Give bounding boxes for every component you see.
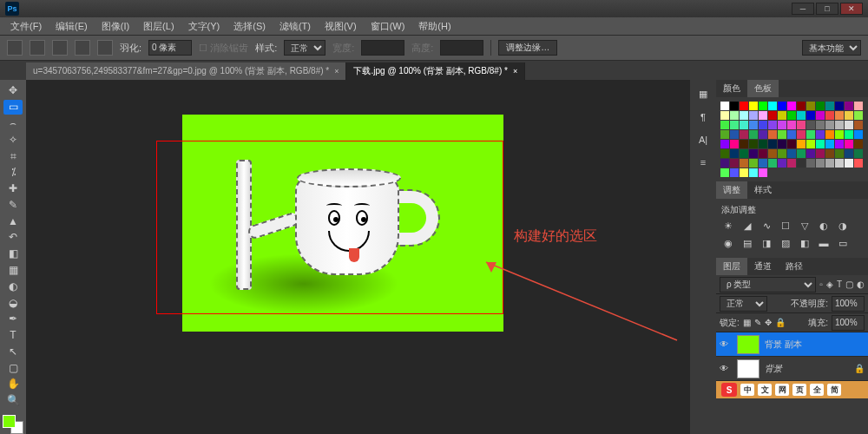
swatch[interactable] xyxy=(845,149,853,158)
swatch[interactable] xyxy=(740,159,748,168)
swatch[interactable] xyxy=(759,121,767,129)
swatch[interactable] xyxy=(854,121,863,129)
blend-mode-select[interactable]: 正常 xyxy=(720,296,767,312)
banner-item[interactable]: 中 xyxy=(740,384,754,396)
path-tool[interactable]: ↖ xyxy=(3,345,23,359)
swatch[interactable] xyxy=(768,102,777,110)
close-button[interactable]: ✕ xyxy=(840,3,863,15)
hue-icon[interactable]: ◐ xyxy=(817,220,831,232)
feather-input[interactable] xyxy=(148,40,192,56)
document-tab[interactable]: 下载.jpg @ 100% (背景 副本, RGB/8#) *× xyxy=(346,62,525,80)
swatch[interactable] xyxy=(854,130,863,139)
swatch[interactable] xyxy=(778,111,786,120)
swatch[interactable] xyxy=(825,140,834,148)
lock-icon[interactable]: 🔒 xyxy=(775,318,786,327)
swatch[interactable] xyxy=(854,111,863,120)
swatch[interactable] xyxy=(749,168,758,177)
tool-preset-icon[interactable] xyxy=(7,40,23,56)
banner-item[interactable]: 简 xyxy=(827,384,841,396)
swatch[interactable] xyxy=(749,111,758,120)
swatch[interactable] xyxy=(825,130,834,139)
swatch[interactable] xyxy=(835,121,844,129)
banner-item[interactable]: 文 xyxy=(758,384,772,396)
swatch[interactable] xyxy=(740,121,748,129)
swatch[interactable] xyxy=(720,121,729,129)
swatch[interactable] xyxy=(730,102,739,110)
swatch[interactable] xyxy=(845,130,853,139)
swatch[interactable] xyxy=(768,121,777,129)
swatch[interactable] xyxy=(768,159,777,168)
fill-input[interactable] xyxy=(832,315,865,331)
swatch[interactable] xyxy=(806,159,815,168)
swatch[interactable] xyxy=(749,102,758,110)
swatch[interactable] xyxy=(806,130,815,139)
filter-icon[interactable]: ▢ xyxy=(845,279,853,289)
swatch[interactable] xyxy=(797,130,806,139)
eyedropper-tool[interactable]: ⁒ xyxy=(3,165,23,180)
swatches-tab[interactable]: 色板 xyxy=(747,80,779,97)
curves-icon[interactable]: ∿ xyxy=(760,220,773,232)
menu-layer[interactable]: 图层(L) xyxy=(138,18,179,35)
swatch[interactable] xyxy=(825,121,834,129)
layer-row[interactable]: 👁 背景 副本 xyxy=(716,332,868,357)
menu-image[interactable]: 图像(I) xyxy=(96,18,135,35)
swatch[interactable] xyxy=(787,121,796,129)
menu-help[interactable]: 帮助(H) xyxy=(413,18,456,35)
swatch[interactable] xyxy=(845,159,853,168)
swatch[interactable] xyxy=(797,159,806,168)
history-brush-tool[interactable]: ↶ xyxy=(3,230,23,245)
swatch[interactable] xyxy=(845,140,853,148)
menu-file[interactable]: 文件(F) xyxy=(5,18,47,35)
swatch[interactable] xyxy=(825,149,834,158)
swatch[interactable] xyxy=(797,111,806,120)
heal-tool[interactable]: ✚ xyxy=(3,181,23,196)
swatch[interactable] xyxy=(778,102,786,110)
canvas-area[interactable]: 构建好的选区 xyxy=(26,80,690,434)
levels-icon[interactable]: ◢ xyxy=(740,220,754,232)
swatch[interactable] xyxy=(749,159,758,168)
layer-filter-select[interactable]: ρ 类型 xyxy=(720,277,816,293)
document-tab[interactable]: u=3457063756,249583377&fm=27&gp=0.jpg @ … xyxy=(26,62,346,80)
menu-select[interactable]: 选择(S) xyxy=(228,18,271,35)
menu-edit[interactable]: 编辑(E) xyxy=(50,18,93,35)
swatch[interactable] xyxy=(797,140,806,148)
opacity-input[interactable] xyxy=(832,296,865,312)
swatch[interactable] xyxy=(835,102,844,110)
swatch[interactable] xyxy=(730,130,739,139)
swatch[interactable] xyxy=(845,102,853,110)
swatch[interactable] xyxy=(854,140,863,148)
filter-icon[interactable]: ◐ xyxy=(857,279,865,289)
zoom-tool[interactable]: 🔍 xyxy=(3,393,23,408)
type-tool[interactable]: T xyxy=(3,328,23,343)
swatch[interactable] xyxy=(787,149,796,158)
swatch[interactable] xyxy=(825,102,834,110)
swatch[interactable] xyxy=(759,130,767,139)
close-icon[interactable]: × xyxy=(513,67,517,76)
swatch[interactable] xyxy=(854,159,863,168)
swatch[interactable] xyxy=(730,159,739,168)
shape-tool[interactable]: ▢ xyxy=(3,360,23,375)
swatch[interactable] xyxy=(720,140,729,148)
swatch[interactable] xyxy=(740,130,748,139)
swatch[interactable] xyxy=(730,121,739,129)
swatch[interactable] xyxy=(835,159,844,168)
pen-tool[interactable]: ✒ xyxy=(3,312,23,326)
swatch[interactable] xyxy=(806,111,815,120)
swatch[interactable] xyxy=(749,121,758,129)
lock-icon[interactable]: ✥ xyxy=(765,318,772,327)
swatch[interactable] xyxy=(816,140,825,148)
refine-edge-button[interactable]: 调整边缘… xyxy=(498,40,557,56)
vibrance-icon[interactable]: ▽ xyxy=(798,220,812,232)
swatch[interactable] xyxy=(825,111,834,120)
brush-tool[interactable]: ✎ xyxy=(3,197,23,212)
stamp-tool[interactable]: ▲ xyxy=(3,214,23,228)
swatch[interactable] xyxy=(720,159,729,168)
swatch[interactable] xyxy=(835,111,844,120)
visibility-icon[interactable]: 👁 xyxy=(720,364,732,373)
swatch[interactable] xyxy=(759,140,767,148)
posterize-icon[interactable]: ▨ xyxy=(779,237,792,249)
swatch[interactable] xyxy=(730,140,739,148)
threshold-icon[interactable]: ◧ xyxy=(798,237,812,249)
swatch[interactable] xyxy=(816,121,825,129)
invert-icon[interactable]: ◨ xyxy=(760,237,773,249)
